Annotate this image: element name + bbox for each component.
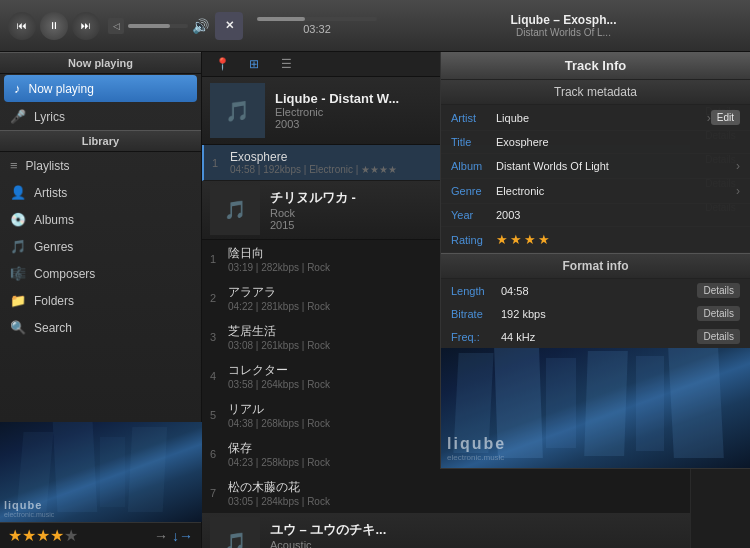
playlist-icon: ≡ (10, 158, 18, 173)
star-2[interactable]: ★ (510, 232, 522, 247)
year-value: 2003 (496, 209, 740, 221)
details-button-freq[interactable]: Details (697, 329, 740, 344)
overlay-panel: Track Info Track metadata Artist Liqube … (440, 52, 750, 469)
volume-slider[interactable] (128, 24, 188, 28)
sidebar-search-label: Search (34, 321, 72, 335)
star-3[interactable]: ★ (524, 232, 536, 247)
album-art-placeholder-3: 🎵 (224, 531, 246, 548)
now-playing-section-header: Now playing (0, 52, 201, 74)
album-art-1: 🎵 (210, 83, 265, 138)
album-genre-1: Electronic (275, 106, 399, 118)
sidebar-item-playlists[interactable]: ≡ Playlists (0, 152, 201, 179)
playback-controls: ⏮ ⏸ ⏭ (8, 12, 100, 40)
album-art-3: 🎵 (210, 517, 260, 548)
details-button-length[interactable]: Details (697, 283, 740, 298)
sidebar-genres-label: Genres (34, 240, 73, 254)
length-row: Length 04:58 Details (441, 279, 750, 302)
sidebar-item-lyrics[interactable]: 🎤 Lyrics (0, 103, 201, 130)
sidebar-item-albums[interactable]: 💿 Albums (0, 206, 201, 233)
progress-section: 03:32 (257, 17, 377, 35)
track-details: 松の木藤の花 03:05 | 284kbps | Rock (228, 479, 682, 507)
shuffle-button[interactable]: ✕ (215, 12, 243, 40)
star-4[interactable]: ★ (538, 232, 550, 247)
time-display: 03:32 (303, 23, 331, 35)
album-genre-3: Acoustic (270, 539, 386, 548)
album-year-2: 2015 (270, 219, 356, 231)
genre-icon: 🎵 (10, 239, 26, 254)
bitrate-row: Bitrate 192 kbps Details (441, 302, 750, 325)
track-number: 1 (212, 157, 230, 169)
sidebar-item-folders[interactable]: 📁 Folders (0, 287, 201, 314)
length-label: Length (451, 285, 501, 297)
title-value: Exosphere (496, 136, 740, 148)
sidebar-folders-label: Folders (34, 294, 74, 308)
track-number: 7 (210, 487, 228, 499)
now-playing-info: Liqube – Exosph... Distant Worlds Of L..… (385, 13, 742, 38)
genre-value: Electronic (496, 185, 736, 197)
track-number: 1 (210, 253, 228, 265)
list-tab[interactable]: ☰ (274, 52, 298, 76)
year-label: Year (451, 209, 496, 221)
star-1[interactable]: ★ (496, 232, 508, 247)
sidebar-item-artists[interactable]: 👤 Artists (0, 179, 201, 206)
sidebar-item-search[interactable]: 🔍 Search (0, 314, 201, 341)
volume-icon[interactable]: 🔊 (192, 18, 209, 34)
album-header-3: 🎵 ユウ – ユウのチキ... Acoustic 2014 (202, 513, 690, 548)
overlay-liqube-logo: liqube electronic.music (447, 435, 506, 462)
track-number: 3 (210, 331, 228, 343)
freq-value: 44 kHz (501, 331, 535, 343)
track-number: 2 (210, 292, 228, 304)
artist-row: Artist Liqube › Edit (441, 105, 750, 131)
album-art-placeholder-1: 🎵 (225, 99, 250, 123)
main-content: Now playing ♪ Now playing 🎤 Lyrics Libra… (0, 52, 750, 548)
composer-icon: 🎼 (10, 266, 26, 281)
overlay-rating-stars[interactable]: ★ ★ ★ ★ (496, 232, 550, 247)
play-pause-button[interactable]: ⏸ (40, 12, 68, 40)
grid-tab[interactable]: ⊞ (242, 52, 266, 76)
overlay-header: Track Info (441, 52, 750, 80)
sidebar-item-now-playing[interactable]: ♪ Now playing (4, 75, 197, 102)
sidebar-item-genres[interactable]: 🎵 Genres (0, 233, 201, 260)
app-container: ⏮ ⏸ ⏭ ◁ 🔊 ✕ 03:32 Liqube – Exosph... Dis… (0, 0, 750, 548)
rating-stars[interactable]: ★★★★★ (8, 526, 78, 545)
genre-label: Genre (451, 185, 496, 197)
rating-row: Rating ★ ★ ★ ★ (441, 227, 750, 253)
details-button-bitrate[interactable]: Details (697, 306, 740, 321)
artist-label: Artist (451, 112, 496, 124)
edit-button[interactable]: Edit (711, 110, 740, 125)
album-genre-2: Rock (270, 207, 356, 219)
format-section-header: Format info (441, 253, 750, 279)
album-name-1: Liqube - Distant W... (275, 91, 399, 106)
nav-down-icon[interactable]: ↓→ (172, 528, 193, 544)
track-number: 6 (210, 448, 228, 460)
album-art-placeholder-2: 🎵 (224, 199, 246, 221)
genre-row: Genre Electronic › (441, 179, 750, 204)
album-year-1: 2003 (275, 118, 399, 130)
track-name: 松の木藤の花 (228, 479, 682, 496)
liqube-logo-text: liqube electronic.music (4, 499, 54, 518)
bottom-nav-icons: → ↓→ (154, 528, 193, 544)
album-label: Album (451, 160, 496, 172)
sidebar-albums-label: Albums (34, 213, 74, 227)
content-area: 📍 ⊞ ☰ 🎵 Liqube - Distant W... Electronic… (202, 52, 750, 548)
sidebar-artists-label: Artists (34, 186, 67, 200)
location-tab[interactable]: 📍 (210, 52, 234, 76)
nav-forward-icon[interactable]: → (154, 528, 168, 544)
album-arrow[interactable]: › (736, 159, 740, 173)
prev-button[interactable]: ⏮ (8, 12, 36, 40)
track-number: 4 (210, 370, 228, 382)
genre-arrow[interactable]: › (736, 184, 740, 198)
album-art-2: 🎵 (210, 185, 260, 235)
sidebar-item-composers[interactable]: 🎼 Composers (0, 260, 201, 287)
sidebar-now-playing-label: Now playing (29, 82, 94, 96)
track-item[interactable]: 7 松の木藤の花 03:05 | 284kbps | Rock (202, 474, 690, 513)
sidebar-playlists-label: Playlists (26, 159, 70, 173)
library-section-header: Library (0, 130, 201, 152)
next-button[interactable]: ⏭ (72, 12, 100, 40)
volume-min-icon[interactable]: ◁ (108, 18, 124, 34)
artist-value: Liqube (496, 112, 707, 124)
rating-label: Rating (451, 234, 496, 246)
progress-bar[interactable] (257, 17, 377, 21)
now-playing-title: Liqube – Exosph... (385, 13, 742, 27)
freq-row: Freq.: 44 kHz Details (441, 325, 750, 348)
